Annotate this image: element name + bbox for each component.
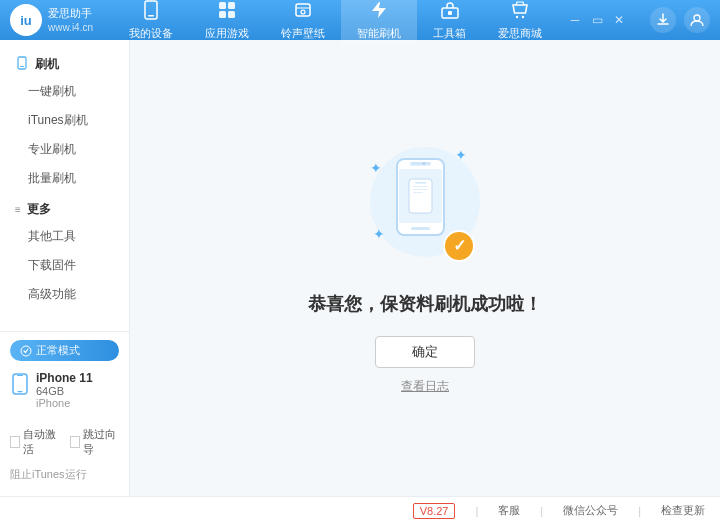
svg-rect-3 <box>148 15 154 17</box>
log-link[interactable]: 查看日志 <box>401 378 449 395</box>
svg-text:iu: iu <box>20 13 32 28</box>
update-link[interactable]: 检查更新 <box>661 503 705 518</box>
title-bar: iu 爱思助手 www.i4.cn 我的设备 <box>0 0 720 40</box>
sidebar-flash-title: 刷机 <box>0 50 129 77</box>
app-logo: iu <box>10 4 42 36</box>
sidebar-item-onekey[interactable]: 一键刷机 <box>0 77 129 106</box>
toolbox-icon <box>440 0 460 24</box>
mode-badge: 正常模式 <box>10 340 119 361</box>
skip-guide-box[interactable] <box>70 436 80 448</box>
phone-svg <box>393 157 448 240</box>
nav-tabs: 我的设备 应用游戏 铃声壁纸 <box>113 0 568 45</box>
svg-rect-15 <box>18 57 26 69</box>
store-icon <box>510 0 530 24</box>
device-details: iPhone 11 64GB iPhone <box>36 371 119 409</box>
sidebar-more-title: ≡ 更多 <box>0 193 129 222</box>
svg-rect-19 <box>18 391 23 392</box>
itunes-status: 阻止iTunes运行 <box>0 463 129 486</box>
menu-icon: ≡ <box>15 204 21 215</box>
my-device-icon <box>141 0 161 24</box>
sidebar-item-batch[interactable]: 批量刷机 <box>0 164 129 193</box>
device-icon <box>12 373 28 400</box>
device-size: 64GB <box>36 385 119 397</box>
tab-apps-games[interactable]: 应用游戏 <box>189 0 265 45</box>
minimize-btn[interactable]: ─ <box>568 13 582 27</box>
svg-rect-22 <box>410 162 431 166</box>
svg-point-12 <box>516 15 518 17</box>
device-info: iPhone 11 64GB iPhone <box>0 367 129 413</box>
sparkle-icon-1: ✦ <box>455 147 467 163</box>
smart-flash-icon <box>369 0 389 24</box>
confirm-button[interactable]: 确定 <box>375 336 475 368</box>
sidebar-item-other-tools[interactable]: 其他工具 <box>0 222 129 251</box>
tab-toolbox[interactable]: 工具箱 <box>417 0 482 45</box>
svg-rect-27 <box>415 182 426 184</box>
sidebar-item-download-firmware[interactable]: 下载固件 <box>0 251 129 280</box>
apps-icon <box>217 0 237 24</box>
device-name: iPhone 11 <box>36 371 119 385</box>
success-illustration: ✦ ✦ ✦ ✓ <box>365 142 485 272</box>
check-badge: ✓ <box>443 230 475 262</box>
download-btn[interactable] <box>650 7 676 33</box>
close-btn[interactable]: ✕ <box>612 13 626 27</box>
version-badge: V8.27 <box>413 503 456 519</box>
logo-text: 爱思助手 www.i4.cn <box>48 6 93 33</box>
svg-rect-6 <box>219 11 226 18</box>
tab-my-device[interactable]: 我的设备 <box>113 0 189 45</box>
svg-rect-20 <box>17 375 23 376</box>
sidebar: 刷机 一键刷机 iTunes刷机 专业刷机 批量刷机 ≡ 更多 其他工具 下载固… <box>0 40 130 496</box>
skip-guide-checkbox[interactable]: 跳过向导 <box>70 427 120 457</box>
svg-rect-7 <box>228 11 235 18</box>
svg-rect-16 <box>20 66 24 67</box>
svg-point-14 <box>694 15 700 21</box>
ringtone-icon <box>293 0 313 24</box>
sidebar-checkboxes: 自动激活 跳过向导 <box>0 421 129 463</box>
footer: V8.27 | 客服 | 微信公众号 | 检查更新 <box>0 496 720 524</box>
svg-point-23 <box>423 162 426 165</box>
main-layout: 刷机 一键刷机 iTunes刷机 专业刷机 批量刷机 ≡ 更多 其他工具 下载固… <box>0 40 720 496</box>
svg-rect-29 <box>413 189 428 190</box>
sparkle-icon-3: ✦ <box>373 226 385 242</box>
tab-store[interactable]: 爱思商城 <box>482 0 558 45</box>
tab-ringtones[interactable]: 铃声壁纸 <box>265 0 341 45</box>
sidebar-item-pro[interactable]: 专业刷机 <box>0 135 129 164</box>
auto-activate-checkbox[interactable]: 自动激活 <box>10 427 60 457</box>
svg-point-9 <box>301 10 305 14</box>
device-type: iPhone <box>36 397 119 409</box>
svg-rect-30 <box>413 192 423 193</box>
support-link[interactable]: 客服 <box>498 503 520 518</box>
svg-rect-4 <box>219 2 226 9</box>
svg-rect-11 <box>448 11 452 15</box>
content-area: ✦ ✦ ✦ ✓ 恭喜您，保资料刷机成功 <box>130 40 720 496</box>
sidebar-item-advanced[interactable]: 高级功能 <box>0 280 129 309</box>
svg-rect-26 <box>409 179 432 213</box>
svg-rect-28 <box>413 186 428 187</box>
title-bar-controls: ─ ▭ ✕ <box>568 7 710 33</box>
svg-rect-25 <box>411 227 430 230</box>
sparkle-icon-2: ✦ <box>370 160 382 176</box>
wechat-link[interactable]: 微信公众号 <box>563 503 618 518</box>
device-section: 正常模式 iPhone 11 64GB iPhone <box>0 331 129 421</box>
tab-smart-flash[interactable]: 智能刷机 <box>341 0 417 45</box>
sidebar-item-itunes[interactable]: iTunes刷机 <box>0 106 129 135</box>
user-btn[interactable] <box>684 7 710 33</box>
phone-refresh-icon <box>15 56 29 73</box>
auto-activate-box[interactable] <box>10 436 20 448</box>
svg-rect-5 <box>228 2 235 9</box>
logo-area: iu 爱思助手 www.i4.cn <box>10 4 93 36</box>
svg-point-13 <box>522 15 524 17</box>
success-title: 恭喜您，保资料刷机成功啦！ <box>308 292 542 316</box>
restore-btn[interactable]: ▭ <box>590 13 604 27</box>
